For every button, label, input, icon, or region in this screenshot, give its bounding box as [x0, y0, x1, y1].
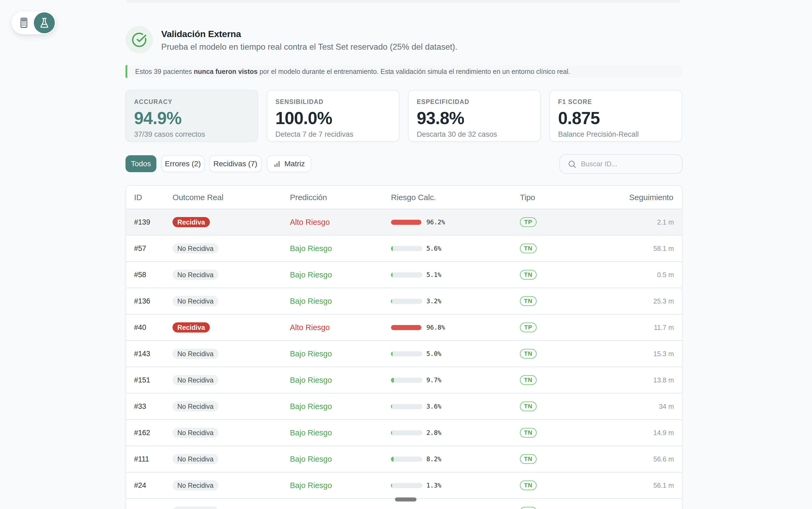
metric-value: 93.8%	[417, 110, 540, 127]
filter-label: Recidivas (7)	[213, 160, 257, 168]
filter-matriz[interactable]: Matriz	[267, 155, 311, 172]
seguimiento-value: 56.1 m	[653, 482, 674, 489]
outcome-pill: No Recidiva	[172, 296, 218, 306]
col-header-outcome: Outcome Real	[172, 186, 223, 209]
table-row-162[interactable]: #162No RecidivaBajo Riesgo2.8%TN14.9 m	[126, 419, 682, 446]
patient-id: #151	[134, 376, 150, 384]
prediction-label: Alto Riesgo	[290, 218, 330, 227]
patient-id: #139	[134, 218, 150, 227]
table-row-57[interactable]: #57No RecidivaBajo Riesgo5.6%TN58.1 m	[126, 235, 682, 261]
drag-handle[interactable]	[395, 498, 416, 502]
metric-card-f1-score: F1 SCORE0.875Balance Precisión-Recall	[549, 90, 682, 141]
prediction-label: Bajo Riesgo	[290, 481, 332, 490]
prediction-label: Bajo Riesgo	[290, 270, 332, 279]
risk-percent: 3.6%	[427, 403, 441, 410]
seguimiento-value: 0.5 m	[657, 271, 674, 279]
prediction-label: Bajo Riesgo	[290, 429, 332, 437]
risk-bar-fill	[391, 246, 393, 251]
risk-percent: 5.1%	[427, 271, 441, 278]
risk-bar-fill	[391, 378, 394, 383]
metric-sub: Balance Precisión-Recall	[558, 130, 681, 139]
metric-sub: Detecta 7 de 7 recidivas	[275, 130, 399, 139]
risk-bar-fill	[391, 430, 392, 435]
table-row-151[interactable]: #151No RecidivaBajo Riesgo9.7%TN13.8 m	[126, 367, 682, 393]
table-row-40[interactable]: #40RecidivaAlto Riesgo96.8%TP11.7 m	[126, 314, 682, 340]
flask-icon	[39, 17, 50, 29]
risk-bar-track	[391, 246, 422, 251]
outcome-pill: Recidiva	[172, 322, 210, 333]
lab-button[interactable]	[34, 12, 55, 33]
tipo-badge: TN	[520, 244, 537, 253]
seguimiento-value: 11.7 m	[654, 324, 674, 332]
prediction-label: Bajo Riesgo	[290, 349, 332, 358]
patient-id: #57	[134, 244, 146, 253]
seguimiento-value: 25.3 m	[653, 297, 674, 305]
patient-id: #162	[134, 429, 150, 437]
table-row-143[interactable]: #143No RecidivaBajo Riesgo5.0%TN15.3 m	[126, 340, 682, 367]
risk-bar-track	[391, 272, 422, 277]
risk-bar-track	[391, 351, 422, 357]
outcome-pill: No Recidiva	[172, 480, 218, 490]
risk-bar-fill	[391, 483, 392, 488]
tipo-badge: TN	[520, 270, 537, 280]
tipo-badge: TP	[520, 323, 537, 332]
table-row-136[interactable]: #136No RecidivaBajo Riesgo3.2%TN25.3 m	[126, 288, 682, 314]
seguimiento-value: 58.1 m	[653, 245, 674, 252]
search-input[interactable]	[581, 160, 675, 168]
col-header-risk: Riesgo Calc.	[391, 186, 422, 209]
risk-percent: 5.6%	[427, 245, 441, 252]
tipo-badge: TP	[520, 217, 537, 227]
outcome-pill: No Recidiva	[172, 270, 218, 280]
seguimiento-value: 56.6 m	[653, 455, 674, 463]
metric-sub: 37/39 casos correctos	[134, 130, 258, 139]
outcome-pill: No Recidiva	[172, 428, 218, 438]
risk-bar-fill	[391, 404, 392, 409]
tipo-badge: TN	[520, 402, 537, 411]
risk-bar-fill	[391, 456, 394, 462]
filter-recidivas-7-[interactable]: Recidivas (7)	[209, 155, 262, 172]
seguimiento-value: 13.8 m	[653, 376, 674, 384]
filter-todos[interactable]: Todos	[126, 155, 157, 172]
tipo-badge: TN	[520, 375, 537, 385]
metric-label: SENSIBILIDAD	[275, 99, 399, 105]
validation-page: Validación Externa Prueba el modelo en t…	[0, 0, 812, 509]
outcome-pill: No Recidiva	[172, 507, 218, 509]
filter-label: Matriz	[284, 160, 305, 168]
patient-id: #143	[134, 350, 150, 358]
patient-id: #136	[134, 297, 150, 305]
patient-id: #40	[134, 324, 146, 332]
risk-bar-track	[391, 456, 422, 462]
results-table: ID Outcome Real Predicción Riesgo Calc. …	[126, 185, 682, 509]
risk-bar-track	[391, 325, 422, 330]
outcome-pill: Recidiva	[172, 217, 210, 227]
risk-percent: 9.7%	[427, 377, 441, 383]
prediction-label: Bajo Riesgo	[290, 402, 332, 411]
metric-card-accuracy: ACCURACY94.9%37/39 casos correctos	[126, 90, 258, 141]
prediction-label: Bajo Riesgo	[290, 244, 332, 253]
patient-id: #111	[134, 455, 149, 463]
prediction-label: Bajo Riesgo	[290, 376, 332, 385]
risk-percent: 5.0%	[427, 350, 441, 357]
prediction-label: Bajo Riesgo	[290, 297, 332, 306]
table-row-24[interactable]: #24No RecidivaBajo Riesgo1.3%TN56.1 m	[126, 472, 682, 498]
table-row-58[interactable]: #58No RecidivaBajo Riesgo5.1%TN0.5 m	[126, 261, 682, 288]
metric-value: 100.0%	[275, 110, 399, 127]
section-status-icon	[126, 26, 153, 54]
metric-label: ACCURACY	[134, 99, 258, 105]
risk-bar-fill	[391, 220, 421, 225]
search-icon	[568, 160, 577, 169]
risk-bar-fill	[391, 351, 393, 357]
risk-bar-track	[391, 430, 422, 435]
col-header-seguimiento: Seguimiento	[629, 186, 673, 209]
calculator-button[interactable]	[17, 16, 31, 29]
patient-id: #24	[134, 481, 146, 490]
table-row-111[interactable]: #111No RecidivaBajo Riesgo8.2%TN56.6 m	[126, 446, 682, 472]
tipo-badge: TN	[520, 480, 537, 490]
seguimiento-value: 2.1 m	[657, 218, 674, 226]
filter-errores-2-[interactable]: Errores (2)	[161, 155, 204, 172]
table-row-139[interactable]: #139RecidivaAlto Riesgo96.2%TP2.1 m	[126, 209, 682, 235]
risk-bar-fill	[391, 325, 421, 330]
tipo-badge: TN	[520, 349, 537, 359]
table-row-33[interactable]: #33No RecidivaBajo Riesgo3.6%TN34 m	[126, 393, 682, 419]
seguimiento-value: 15.3 m	[653, 350, 674, 358]
